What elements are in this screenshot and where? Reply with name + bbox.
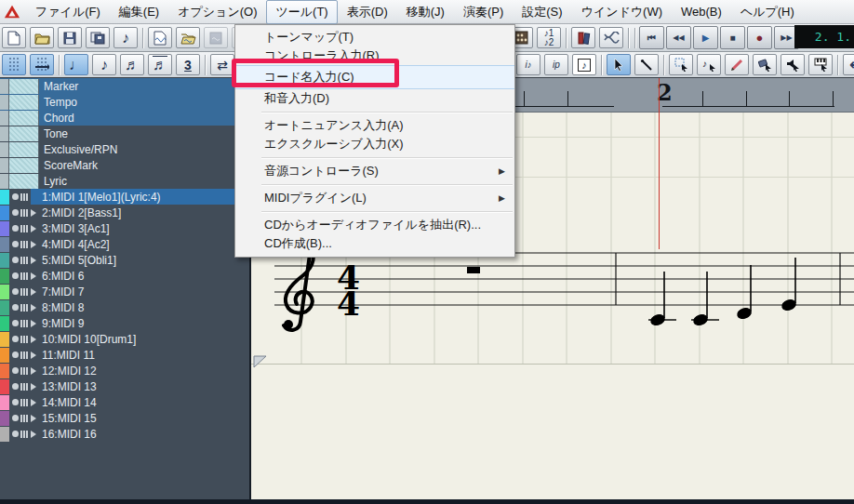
midi-track-row[interactable]: 10:MIDI 10[Drum1] — [0, 331, 249, 347]
track-icons[interactable] — [12, 257, 36, 264]
thirtysecond-note-button[interactable]: ♬ — [148, 54, 172, 75]
select-tool-button[interactable] — [607, 54, 631, 75]
track-cell-hatch[interactable] — [9, 126, 39, 141]
track-row-chord[interactable]: Chord — [0, 110, 249, 126]
quarter-note-button[interactable]: ♩ — [64, 54, 88, 75]
record-enable-icon[interactable] — [12, 304, 19, 311]
record-enable-icon[interactable] — [12, 383, 19, 390]
dynamics-info-button[interactable]: ip — [544, 54, 568, 75]
track-cell-hatch[interactable] — [9, 174, 39, 189]
midi-track-row[interactable]: 8:MIDI 8 — [0, 299, 249, 315]
menu-item-tone-map[interactable]: トーンマップ(T) — [235, 28, 514, 46]
open-audio-file-button[interactable] — [148, 27, 172, 48]
record-enable-icon[interactable] — [12, 241, 19, 247]
track-cell-hatch[interactable] — [9, 79, 39, 94]
menu-tools[interactable]: ツール(T) — [266, 0, 337, 24]
track-icons[interactable] — [12, 431, 36, 438]
midi-track-row[interactable]: 15:MIDI 15 — [0, 410, 249, 426]
track-cell[interactable] — [0, 79, 9, 94]
menu-web[interactable]: Web(B) — [672, 1, 731, 22]
track-icons[interactable] — [12, 241, 36, 248]
track-icons[interactable] — [12, 272, 36, 280]
track-cell[interactable] — [0, 126, 9, 141]
sixteenth-note-button[interactable]: ♬ — [120, 54, 144, 75]
menu-play[interactable]: 演奏(P) — [454, 0, 513, 24]
track-icons[interactable] — [12, 225, 36, 232]
menu-window[interactable]: ウインドウ(W) — [572, 0, 672, 24]
track-icons[interactable] — [12, 320, 36, 327]
note-info-button[interactable]: i♪ — [516, 54, 540, 75]
midi-track-row[interactable]: 14:MIDI 14 — [0, 394, 249, 410]
menu-item-chord-tone-input[interactable]: 和音入力(D) — [235, 89, 514, 108]
track-row-lyric[interactable]: Lyric — [0, 173, 249, 189]
open-file-button[interactable] — [30, 27, 54, 48]
menu-item-auto-nuance-input[interactable]: オートニュアンス入力(A) — [235, 116, 514, 135]
note-display-button[interactable]: ♪ — [572, 54, 596, 75]
track-cell-hatch[interactable] — [9, 142, 39, 157]
track-icons[interactable] — [12, 209, 36, 217]
record-enable-icon[interactable] — [12, 225, 19, 232]
record-enable-icon[interactable] — [12, 399, 19, 405]
baton-tool-button[interactable] — [634, 54, 659, 75]
midi-track-row[interactable]: 1:MIDI 1[Melo1](Lyric:4) — [0, 189, 249, 205]
midi-track-row[interactable]: 11:MIDI 11 — [0, 347, 249, 363]
event-list-button[interactable]: ♪1♪2 — [537, 27, 561, 48]
track-cell-hatch[interactable] — [9, 111, 39, 126]
stop-button[interactable]: ■ — [720, 26, 745, 49]
menu-file[interactable]: ファイル(F) — [26, 0, 110, 24]
track-row-scoremark[interactable]: ScoreMark — [0, 157, 249, 173]
triplet-button[interactable]: 3 — [176, 54, 200, 75]
record-enable-icon[interactable] — [12, 320, 19, 326]
track-row-tone[interactable]: Tone — [0, 126, 249, 141]
track-cell[interactable] — [0, 158, 9, 173]
track-icons[interactable] — [12, 304, 36, 312]
menu-view[interactable]: 表示(D) — [338, 0, 397, 24]
new-file-button[interactable] — [2, 27, 26, 48]
midi-track-row[interactable]: 5:MIDI 5[Obli1] — [0, 252, 249, 268]
track-icons[interactable] — [12, 336, 36, 343]
track-cell[interactable] — [0, 95, 9, 110]
record-enable-icon[interactable] — [12, 336, 19, 342]
record-enable-icon[interactable] — [12, 415, 19, 421]
mute-tool-button[interactable] — [781, 54, 805, 75]
menu-edit[interactable]: 編集(E) — [110, 0, 168, 24]
menu-options[interactable]: オプション(O) — [168, 0, 266, 24]
track-icons[interactable] — [12, 367, 36, 375]
eraser-tool-button[interactable] — [753, 54, 777, 75]
track-icons[interactable] — [12, 383, 36, 391]
pencil-tool-button[interactable] — [725, 54, 749, 75]
menu-settings[interactable]: 設定(S) — [513, 0, 571, 24]
range-select-tool-button[interactable] — [669, 54, 693, 75]
save-as-button[interactable] — [86, 27, 110, 48]
open-audio-folder-button[interactable] — [176, 27, 200, 48]
record-enable-icon[interactable] — [12, 351, 19, 358]
track-row-marker[interactable]: Marker — [0, 78, 249, 94]
menu-help[interactable]: ヘルプ(H) — [731, 0, 804, 24]
menu-item-midi-plugin[interactable]: MIDIプラグイン(L)▶ — [235, 189, 514, 207]
midi-track-row[interactable]: 7:MIDI 7 — [0, 284, 249, 299]
record-enable-icon[interactable] — [12, 193, 19, 200]
note-input-tool-button[interactable]: ♪ — [697, 54, 721, 75]
track-icons[interactable] — [12, 288, 36, 296]
track-row-exclusive[interactable]: Exclusive/RPN — [0, 141, 249, 157]
library-button[interactable] — [571, 27, 595, 48]
grid-snap-button[interactable] — [30, 54, 54, 75]
track-cell[interactable] — [0, 111, 9, 126]
record-enable-icon[interactable] — [12, 288, 19, 295]
midi-track-row[interactable]: 13:MIDI 13 — [0, 378, 249, 394]
menu-move[interactable]: 移動(J) — [397, 0, 454, 24]
record-enable-icon[interactable] — [12, 272, 19, 279]
piano-tool-button[interactable] — [808, 54, 833, 75]
midi-track-row[interactable]: 16:MIDI 16 — [0, 426, 249, 442]
midi-import-button[interactable]: ♪ — [113, 27, 138, 48]
menu-item-create-cd[interactable]: CD作成(B)... — [235, 234, 514, 253]
midi-track-row[interactable]: 12:MIDI 12 — [0, 363, 249, 378]
track-icons[interactable] — [12, 351, 36, 359]
undo-button[interactable]: ↩ — [843, 54, 854, 75]
track-cell[interactable] — [0, 174, 9, 189]
eighth-note-button[interactable]: ♪ — [92, 54, 116, 75]
midi-track-row[interactable]: 2:MIDI 2[Bass1] — [0, 205, 249, 220]
midi-track-row[interactable]: 3:MIDI 3[Ac1] — [0, 220, 249, 236]
menu-item-extract-cd-audio[interactable]: CDからオーディオファイルを抽出(R)... — [235, 216, 514, 234]
play-button[interactable]: ▶ — [693, 26, 718, 49]
